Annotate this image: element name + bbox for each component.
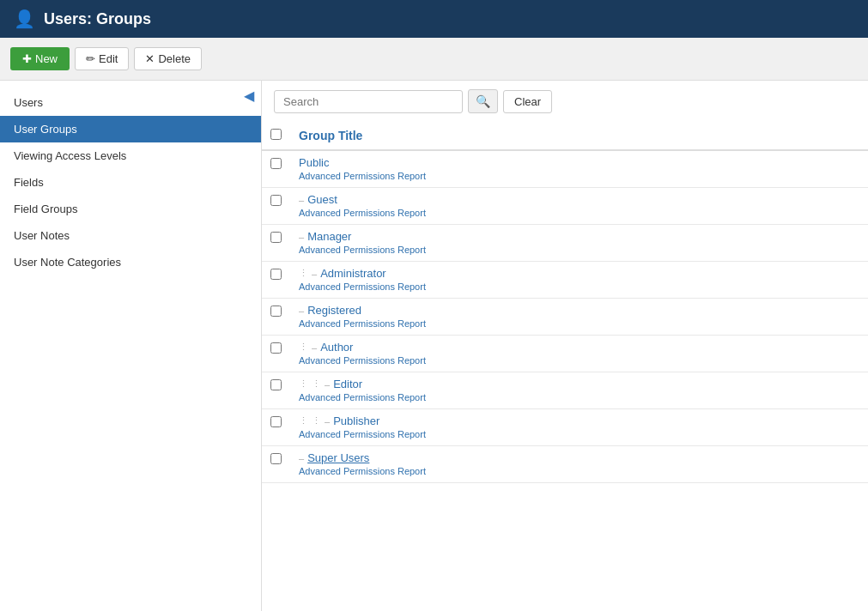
- group-name-link[interactable]: Administrator: [320, 267, 386, 280]
- plus-icon: ✚: [22, 52, 32, 65]
- table-body: PublicAdvanced Permissions Report– Guest…: [262, 150, 868, 483]
- table-row: – ManagerAdvanced Permissions Report: [262, 225, 868, 262]
- header: 👤 Users: Groups: [0, 0, 868, 38]
- row-name-cell: PublicAdvanced Permissions Report: [290, 150, 868, 188]
- row-checkbox-cell: [262, 299, 290, 336]
- new-button-label: New: [35, 52, 58, 65]
- group-name-link[interactable]: Manager: [307, 230, 351, 243]
- row-checkbox[interactable]: [270, 158, 282, 169]
- table-row: ⋮ ⋮ – EditorAdvanced Permissions Report: [262, 372, 868, 409]
- main-layout: ◀ UsersUser GroupsViewing Access LevelsF…: [0, 81, 868, 611]
- table-header-row: Group Title: [262, 122, 868, 150]
- row-checkbox-cell: [262, 150, 290, 188]
- permissions-report-link[interactable]: Advanced Permissions Report: [299, 355, 426, 366]
- indent-marker: ⋮: [312, 378, 321, 390]
- indent-marker: –: [299, 195, 304, 205]
- row-checkbox[interactable]: [270, 232, 282, 243]
- indent-marker: –: [325, 416, 330, 426]
- table-row: – RegisteredAdvanced Permissions Report: [262, 299, 868, 336]
- indent-marker: ⋮: [299, 378, 308, 390]
- row-checkbox[interactable]: [270, 416, 282, 427]
- indent-marker: –: [299, 453, 304, 463]
- clear-button-label: Clear: [514, 95, 541, 108]
- edit-icon: ✏: [86, 52, 95, 65]
- delete-button[interactable]: ✕ Delete: [134, 47, 202, 70]
- table-row: ⋮ ⋮ – PublisherAdvanced Permissions Repo…: [262, 409, 868, 446]
- row-checkbox-cell: [262, 225, 290, 262]
- group-name-link[interactable]: Author: [320, 341, 353, 354]
- permissions-report-link[interactable]: Advanced Permissions Report: [299, 466, 426, 476]
- page-title: Users: Groups: [44, 10, 151, 28]
- header-checkbox-cell: [262, 122, 290, 150]
- row-checkbox-cell: [262, 409, 290, 446]
- permissions-report-link[interactable]: Advanced Permissions Report: [299, 392, 426, 402]
- row-checkbox[interactable]: [270, 379, 282, 390]
- search-button[interactable]: 🔍: [468, 89, 498, 113]
- content-area: 🔍 Clear Group Title PublicAdvanced Permi…: [262, 81, 868, 611]
- row-name-cell: – RegisteredAdvanced Permissions Report: [290, 299, 868, 336]
- edit-button-label: Edit: [99, 52, 118, 65]
- search-input[interactable]: [274, 90, 463, 113]
- sidebar-item-user-notes[interactable]: User Notes: [0, 222, 261, 249]
- group-name-link[interactable]: Registered: [307, 304, 361, 317]
- row-checkbox[interactable]: [270, 453, 282, 464]
- row-checkbox[interactable]: [270, 195, 282, 206]
- select-all-checkbox[interactable]: [270, 129, 282, 140]
- sidebar-item-field-groups[interactable]: Field Groups: [0, 196, 261, 222]
- sidebar-item-user-note-categories[interactable]: User Note Categories: [0, 249, 261, 275]
- permissions-report-link[interactable]: Advanced Permissions Report: [299, 281, 426, 292]
- indent-marker: ⋮: [299, 268, 308, 279]
- new-button[interactable]: ✚ New: [10, 47, 70, 70]
- sidebar-nav: UsersUser GroupsViewing Access LevelsFie…: [0, 89, 261, 275]
- table-row: ⋮ – AdministratorAdvanced Permissions Re…: [262, 262, 868, 299]
- group-title-header: Group Title: [290, 122, 868, 150]
- row-checkbox[interactable]: [270, 269, 282, 280]
- row-checkbox[interactable]: [270, 342, 282, 354]
- clear-button[interactable]: Clear: [503, 90, 552, 113]
- indent-marker: –: [312, 269, 317, 279]
- sidebar-collapse-button[interactable]: ◀: [244, 88, 254, 104]
- delete-button-label: Delete: [158, 52, 191, 65]
- search-bar: 🔍 Clear: [262, 81, 868, 122]
- row-name-cell: ⋮ – AdministratorAdvanced Permissions Re…: [290, 262, 868, 299]
- toolbar: ✚ New ✏ Edit ✕ Delete: [0, 38, 868, 81]
- row-checkbox[interactable]: [270, 306, 282, 317]
- indent-marker: –: [325, 379, 330, 390]
- sidebar: ◀ UsersUser GroupsViewing Access LevelsF…: [0, 81, 262, 611]
- row-checkbox-cell: [262, 336, 290, 372]
- indent-marker: ⋮: [299, 415, 308, 426]
- row-name-cell: – GuestAdvanced Permissions Report: [290, 188, 868, 225]
- row-name-cell: ⋮ – AuthorAdvanced Permissions Report: [290, 336, 868, 372]
- x-icon: ✕: [145, 52, 155, 65]
- group-name-link[interactable]: Publisher: [333, 414, 379, 427]
- users-icon: 👤: [14, 9, 35, 29]
- permissions-report-link[interactable]: Advanced Permissions Report: [299, 318, 426, 329]
- permissions-report-link[interactable]: Advanced Permissions Report: [299, 171, 426, 181]
- sidebar-item-viewing-access-levels[interactable]: Viewing Access Levels: [0, 142, 261, 169]
- row-checkbox-cell: [262, 188, 290, 225]
- row-checkbox-cell: [262, 446, 290, 483]
- row-name-cell: – Super UsersAdvanced Permissions Report: [290, 446, 868, 483]
- row-name-cell: – ManagerAdvanced Permissions Report: [290, 225, 868, 262]
- edit-button[interactable]: ✏ Edit: [75, 47, 129, 70]
- group-name-link[interactable]: Super Users: [307, 451, 369, 464]
- sidebar-item-fields[interactable]: Fields: [0, 169, 261, 196]
- table-row: ⋮ – AuthorAdvanced Permissions Report: [262, 336, 868, 372]
- indent-marker: –: [299, 306, 304, 316]
- permissions-report-link[interactable]: Advanced Permissions Report: [299, 208, 426, 218]
- permissions-report-link[interactable]: Advanced Permissions Report: [299, 429, 426, 439]
- row-checkbox-cell: [262, 262, 290, 299]
- row-name-cell: ⋮ ⋮ – PublisherAdvanced Permissions Repo…: [290, 409, 868, 446]
- group-name-link[interactable]: Guest: [307, 193, 337, 206]
- permissions-report-link[interactable]: Advanced Permissions Report: [299, 245, 426, 255]
- table-row: – Super UsersAdvanced Permissions Report: [262, 446, 868, 483]
- group-name-link[interactable]: Editor: [333, 378, 362, 390]
- group-table: Group Title PublicAdvanced Permissions R…: [262, 122, 868, 483]
- sidebar-item-users[interactable]: Users: [0, 89, 261, 116]
- sidebar-item-user-groups[interactable]: User Groups: [0, 116, 261, 142]
- indent-marker: ⋮: [299, 342, 308, 353]
- row-name-cell: ⋮ ⋮ – EditorAdvanced Permissions Report: [290, 372, 868, 409]
- search-icon: 🔍: [476, 94, 490, 108]
- group-name-link[interactable]: Public: [299, 156, 329, 169]
- indent-marker: –: [299, 232, 304, 242]
